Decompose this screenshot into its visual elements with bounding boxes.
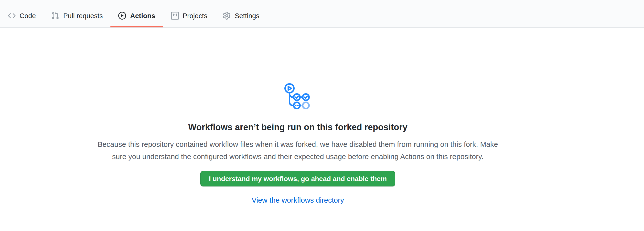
gear-icon xyxy=(223,12,231,20)
tab-actions[interactable]: Actions xyxy=(111,6,163,28)
blankslate-description: Because this repository contained workfl… xyxy=(96,138,499,162)
github-repo-page: Code Pull requests Actions Projects xyxy=(0,0,644,231)
project-icon xyxy=(171,12,179,20)
tab-label: Projects xyxy=(183,11,208,21)
screenshot-viewport: Code Pull requests Actions Projects xyxy=(0,0,644,231)
actions-blankslate: Workflows aren’t being run on this forke… xyxy=(0,28,596,205)
tab-pull-requests[interactable]: Pull requests xyxy=(44,6,111,28)
tab-label: Pull requests xyxy=(63,11,103,21)
enable-workflows-button[interactable]: I understand my workflows, go ahead and … xyxy=(200,171,395,186)
tab-label: Settings xyxy=(235,11,260,21)
repo-nav: Code Pull requests Actions Projects xyxy=(0,0,644,28)
tab-label: Code xyxy=(20,11,36,21)
tab-code[interactable]: Code xyxy=(0,6,44,28)
view-workflows-directory-link[interactable]: View the workflows directory xyxy=(252,195,344,205)
tab-label: Actions xyxy=(130,11,156,21)
tab-settings[interactable]: Settings xyxy=(215,6,267,28)
git-pull-request-icon xyxy=(52,12,59,20)
blankslate-title: Workflows aren’t being run on this forke… xyxy=(188,121,407,134)
code-icon xyxy=(8,12,16,20)
tab-projects[interactable]: Projects xyxy=(163,6,215,28)
workflow-graph-icon xyxy=(284,83,311,110)
play-icon xyxy=(118,12,126,20)
